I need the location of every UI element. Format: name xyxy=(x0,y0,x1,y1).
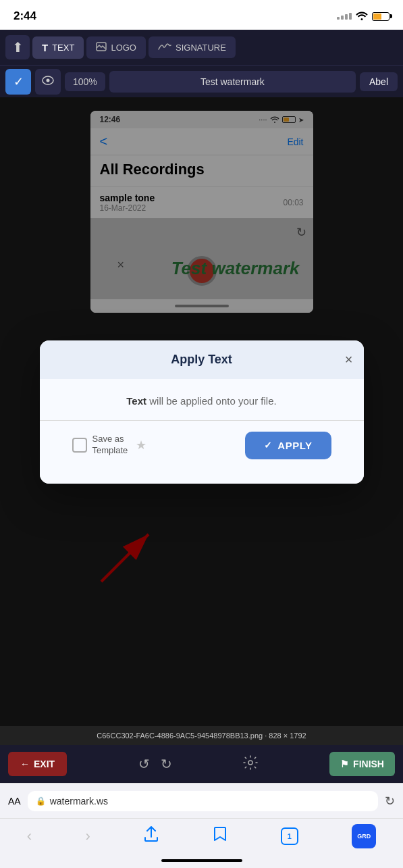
lock-icon: 🔒 xyxy=(36,796,46,806)
logo-tab-icon xyxy=(96,42,107,53)
home-indicator-line xyxy=(161,859,242,862)
home-indicator xyxy=(0,853,403,868)
tab-count: 1 xyxy=(288,832,292,840)
url-bar[interactable]: 🔒 watermark.ws xyxy=(28,791,378,811)
exit-arrow-icon: ← xyxy=(20,759,30,769)
svg-point-2 xyxy=(47,78,50,82)
logo-tab-label: LOGO xyxy=(111,43,136,53)
forward-nav-button[interactable]: › xyxy=(85,827,90,845)
apply-text-modal: Apply Text × Text will be applied onto y… xyxy=(40,340,364,484)
signal-dots xyxy=(337,13,352,20)
modal-close-button[interactable]: × xyxy=(345,352,353,367)
apply-button[interactable]: ✓ APPLY xyxy=(245,432,331,459)
status-time: 2:44 xyxy=(14,9,36,23)
toolbar-row2: ✓ 100% Test watermark Abel xyxy=(0,65,403,97)
filename-bar: C66CC302-FA6C-4886-9AC5-94548978BB13.png… xyxy=(0,726,403,745)
finish-label: FINISH xyxy=(353,759,384,769)
safari-nav-bar: ‹ › 1 GRD xyxy=(0,818,403,853)
finish-flag-icon: ⚑ xyxy=(340,759,349,769)
grammarly-label: GRD xyxy=(357,833,371,840)
visibility-button[interactable] xyxy=(35,69,61,95)
confirm-button[interactable]: ✓ xyxy=(5,69,31,95)
exit-button[interactable]: ← EXIT xyxy=(8,752,67,776)
status-bar: 2:44 xyxy=(0,0,403,30)
wifi-icon xyxy=(356,11,368,22)
filename-text: C66CC302-FA6C-4886-9AC5-94548978BB13.png… xyxy=(97,732,306,740)
font-selector[interactable]: Abel xyxy=(360,72,398,91)
signature-tab-label: SIGNATURE xyxy=(176,43,226,53)
save-template-checkbox[interactable] xyxy=(72,438,87,453)
modal-description-bold: Text xyxy=(126,395,146,407)
bottom-action-bar: ← EXIT ↺ ↻ ⚑ FINISH xyxy=(0,745,403,783)
tab-logo[interactable]: LOGO xyxy=(86,36,146,59)
modal-overlay: Apply Text × Text will be applied onto y… xyxy=(0,97,403,726)
aa-text[interactable]: AA xyxy=(8,796,21,807)
text-tab-label: TEXT xyxy=(52,43,74,53)
page-wrapper: 2:44 ⬆ T xyxy=(0,0,403,868)
bookmarks-button[interactable] xyxy=(213,826,227,846)
signature-tab-icon xyxy=(158,42,171,53)
save-template-label: Save asTemplate xyxy=(92,434,128,457)
modal-title: Apply Text xyxy=(171,353,232,367)
battery-icon xyxy=(372,12,389,21)
undo-button[interactable]: ↺ xyxy=(138,756,150,772)
check-icon: ✓ xyxy=(14,74,24,89)
svg-point-5 xyxy=(248,761,252,765)
toolbar-back-button[interactable]: ⬆ xyxy=(5,35,30,59)
tab-switcher[interactable]: 1 xyxy=(281,827,298,845)
eye-icon xyxy=(42,76,54,88)
reload-button[interactable]: ↻ xyxy=(385,794,395,809)
modal-description-text: will be applied onto your file. xyxy=(149,395,276,407)
modal-header: Apply Text × xyxy=(40,340,364,379)
tab-text[interactable]: T TEXT xyxy=(32,36,84,59)
settings-button[interactable] xyxy=(243,755,258,773)
watermark-text-field[interactable]: Test watermark xyxy=(109,71,356,93)
modal-description: Text will be applied onto your file. xyxy=(56,395,348,407)
modal-footer: Save asTemplate ★ ✓ APPLY xyxy=(56,421,348,470)
apply-check-icon: ✓ xyxy=(264,440,273,451)
status-icons xyxy=(337,11,389,22)
modal-body: Text will be applied onto your file. Sav… xyxy=(40,379,364,484)
text-tab-icon: T xyxy=(42,42,48,53)
toolbar-top: ⬆ T TEXT LOGO SIGNATURE xyxy=(0,30,403,65)
safari-url-bar: AA 🔒 watermark.ws ↻ xyxy=(0,783,403,818)
redo-button[interactable]: ↻ xyxy=(161,756,172,772)
finish-button[interactable]: ⚑ FINISH xyxy=(329,752,395,776)
tab-signature[interactable]: SIGNATURE xyxy=(149,36,236,58)
url-text: watermark.ws xyxy=(50,796,108,807)
save-template-group: Save asTemplate ★ xyxy=(72,434,147,457)
undo-redo-group: ↺ ↻ xyxy=(138,756,172,772)
exit-label: EXIT xyxy=(34,759,55,769)
back-arrow-icon: ⬆ xyxy=(12,39,24,55)
grammarly-button[interactable]: GRD xyxy=(352,824,376,848)
back-nav-button[interactable]: ‹ xyxy=(27,827,32,845)
opacity-badge[interactable]: 100% xyxy=(65,72,105,91)
share-button[interactable] xyxy=(144,826,159,846)
star-icon[interactable]: ★ xyxy=(136,438,146,453)
content-area: 12:46 ···· ➤ < Edit All Recordings xyxy=(0,97,403,726)
apply-label: APPLY xyxy=(277,440,312,451)
